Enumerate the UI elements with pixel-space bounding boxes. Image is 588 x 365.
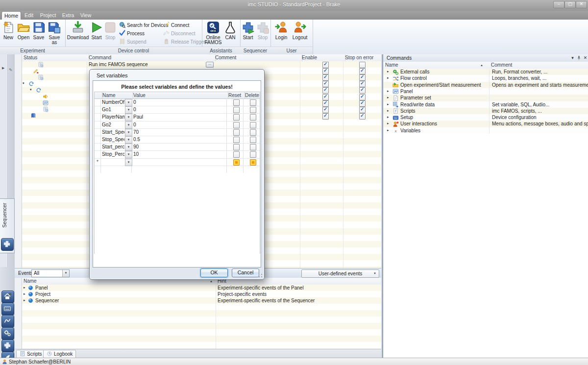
variable-name-dropdown[interactable]: ▼ — [125, 106, 132, 114]
user-defined-events-button[interactable]: User-defined events ▼ — [301, 269, 379, 278]
expand-panel-arrow[interactable]: ▶ — [2, 66, 4, 70]
tab-view[interactable]: View — [78, 11, 94, 20]
column-header-name[interactable]: Name ▲ — [383, 62, 491, 69]
variable-name-dropdown[interactable]: ▼ — [125, 99, 132, 106]
delete-checkbox[interactable] — [250, 99, 256, 106]
minimize-button[interactable]: – — [553, 1, 564, 8]
reset-checkbox[interactable] — [233, 99, 240, 106]
login-button[interactable]: Login — [273, 21, 289, 40]
command-row[interactable]: ▸ External calls Run, Format converter, … — [383, 69, 588, 75]
enable-checkbox[interactable] — [322, 81, 329, 87]
stop-on-error-checkbox[interactable] — [359, 74, 366, 81]
variable-row[interactable]: Stop_Speed ▼ 0.5 — [95, 136, 260, 144]
column-header-delete[interactable]: Delete — [244, 92, 261, 98]
save-as-button[interactable]: Save as — [47, 21, 62, 45]
variable-name-dropdown[interactable]: ▼ — [125, 129, 132, 136]
enable-checkbox[interactable] — [322, 74, 329, 81]
command-options-button[interactable]: ... — [206, 62, 214, 68]
device-start-button[interactable]: Start — [90, 21, 103, 40]
column-header-stop-on-error[interactable]: Stop on error — [343, 54, 383, 61]
variable-name-cell[interactable]: Stop_Speed — [102, 137, 124, 142]
titlebar-tool-button[interactable] — [550, 12, 556, 18]
command-row[interactable]: ▸ Flow control Loops, branches, wait, ..… — [383, 75, 588, 81]
column-header-comment[interactable]: Comment — [213, 54, 302, 61]
reset-checkbox[interactable] — [233, 137, 240, 143]
enable-checkbox[interactable] — [322, 87, 329, 94]
rail-nav-button[interactable] — [1, 340, 14, 352]
variable-value-cell[interactable]: 70 — [133, 129, 139, 135]
delete-checkbox[interactable] — [250, 107, 256, 113]
variable-name-cell[interactable]: Go1 — [102, 107, 124, 112]
column-header-status[interactable]: Status — [22, 54, 89, 61]
variable-row[interactable]: PlayerName ▼ Paul — [95, 113, 260, 121]
command-row[interactable]: ▸ Read/write data Set variable, SQL, Aud… — [383, 101, 588, 108]
delete-checkbox[interactable] — [250, 144, 256, 150]
command-row[interactable]: ▸ Parameter set — [383, 95, 588, 101]
expand-chevron-icon[interactable]: ▸ — [24, 298, 25, 302]
reset-checkbox[interactable] — [233, 107, 240, 113]
expand-chevron-icon[interactable]: ▸ — [387, 76, 389, 80]
event-row[interactable]: ▶ ▸ Project Project-specific events — [15, 291, 381, 297]
cancel-button[interactable]: Cancel — [232, 268, 259, 277]
column-header-enable[interactable]: Enable — [300, 54, 345, 61]
tab-project[interactable]: Project — [38, 11, 58, 20]
titlebar-tool-button[interactable] — [558, 12, 564, 18]
sequencer-start-button[interactable]: Start — [241, 21, 255, 40]
variable-name-dropdown[interactable]: ▼ — [125, 144, 132, 151]
stop-on-error-checkbox[interactable] — [359, 94, 366, 100]
expand-chevron-icon[interactable]: ▾ — [30, 88, 32, 92]
variable-value-cell[interactable]: 0 — [133, 122, 136, 127]
expand-chevron-icon[interactable]: ▸ — [24, 286, 25, 290]
new-button[interactable]: New — [1, 21, 16, 40]
expand-chevron-icon[interactable]: ▸ — [387, 102, 389, 106]
variable-value-cell[interactable]: 10 — [133, 151, 139, 157]
variable-row[interactable]: Start_perc ▼ 90 — [95, 143, 260, 151]
delete-checkbox[interactable] — [250, 159, 256, 166]
stop-on-error-checkbox[interactable] — [359, 113, 366, 120]
variable-value-cell[interactable]: 0 — [133, 107, 136, 112]
variable-name-dropdown[interactable]: ▼ — [125, 122, 132, 129]
reset-checkbox[interactable] — [233, 144, 240, 150]
column-header-reset[interactable]: Reset — [227, 92, 245, 98]
can-button[interactable]: CAN — [223, 21, 237, 40]
variable-row[interactable]: Go2 ▼ 0 — [95, 121, 260, 129]
online-famos-button[interactable]: OFA Online FAMOS — [204, 21, 222, 45]
enable-checkbox[interactable] — [322, 107, 329, 113]
command-row[interactable]: ▸ User interactions Menu actions, messag… — [383, 121, 588, 127]
command-row[interactable]: ▸ Setup Device configuration — [383, 114, 588, 121]
variable-name-cell[interactable]: Start_perc — [102, 144, 124, 149]
command-row[interactable]: ▸ ƒ Scripts imc FAMOS, scripts, ... — [383, 108, 588, 114]
variable-row[interactable]: * ▼ — [95, 158, 260, 166]
rail-nav-button[interactable] — [1, 327, 14, 340]
variable-name-dropdown[interactable]: ▼ — [125, 159, 132, 166]
expand-chevron-icon[interactable]: ▸ — [387, 122, 389, 125]
close-panel-icon[interactable]: ✕ — [583, 55, 588, 61]
column-header-command[interactable]: Command — [87, 54, 216, 61]
variable-name-dropdown[interactable]: ▼ — [125, 114, 132, 121]
delete-checkbox[interactable] — [250, 137, 256, 143]
expand-chevron-icon[interactable]: ▸ — [387, 89, 389, 93]
variable-name-cell[interactable]: Stop_Perc — [102, 151, 124, 157]
enable-checkbox[interactable] — [322, 113, 329, 120]
column-header-value[interactable]: Value — [132, 92, 228, 98]
sequence-row[interactable]: ▾ Run imc FAMOS sequence ... — [15, 61, 381, 68]
rail-nav-button[interactable] — [1, 303, 14, 316]
search-for-devices-button[interactable]: Search for Devices — [119, 22, 168, 29]
pin-icon[interactable] — [576, 55, 582, 61]
logout-button[interactable]: Logout — [291, 21, 309, 40]
panel-menu-icon[interactable]: ▾ — [570, 55, 575, 61]
reset-checkbox[interactable] — [233, 114, 240, 121]
command-row[interactable]: ▸ Open experiment/Start measurement Open… — [383, 82, 588, 88]
delete-checkbox[interactable] — [250, 122, 256, 128]
titlebar-tool-button[interactable] — [565, 12, 571, 18]
maximize-button[interactable]: ▢ — [564, 1, 576, 8]
variable-value-cell[interactable]: 0.5 — [133, 137, 140, 142]
reset-checkbox[interactable] — [233, 159, 240, 166]
variable-name-cell[interactable]: Go2 — [102, 122, 124, 127]
enable-checkbox[interactable] — [322, 68, 329, 74]
rail-nav-button[interactable] — [1, 291, 14, 303]
events-filter-select[interactable]: All ▼ — [31, 269, 70, 277]
download-button[interactable]: Download — [67, 21, 89, 40]
enable-checkbox[interactable] — [322, 62, 329, 68]
tab-edit[interactable]: Edit — [22, 11, 36, 20]
